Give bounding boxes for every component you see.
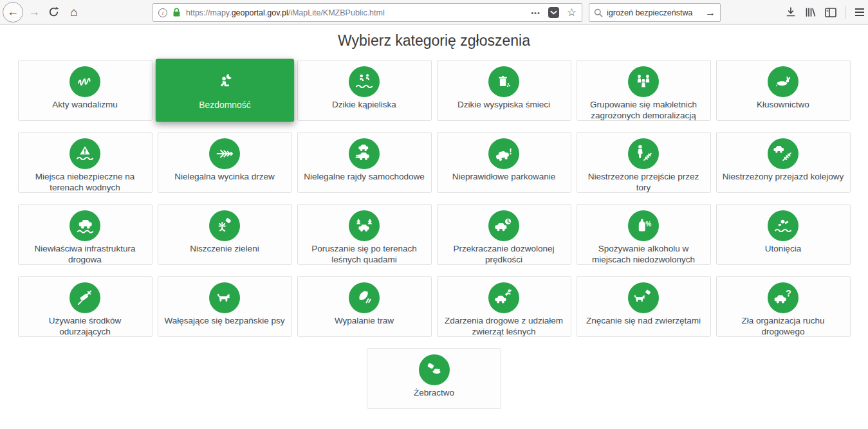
forest-quads-icon bbox=[349, 210, 380, 241]
category-tile[interactable]: Grupowanie się małoletnich zagrożonych d… bbox=[577, 60, 711, 121]
toolbar-separator bbox=[845, 6, 846, 19]
page-title: Wybierz kategorię zgłoszenia bbox=[0, 32, 868, 50]
unguarded-track-crossing-icon bbox=[628, 138, 659, 169]
category-tile-label: Wypalanie traw bbox=[329, 316, 399, 327]
page-actions-icon[interactable]: ••• bbox=[531, 9, 540, 17]
reload-icon[interactable] bbox=[45, 4, 62, 21]
category-tile[interactable]: Przekraczanie dozwolonej prędkości bbox=[437, 204, 571, 265]
category-tile[interactable]: Wałęsające się bezpańskie psy bbox=[158, 276, 292, 337]
category-tile-label: Żebractwo bbox=[409, 388, 459, 399]
pocket-icon[interactable] bbox=[548, 7, 559, 18]
category-tile[interactable]: Wypalanie traw bbox=[297, 276, 432, 337]
category-tile[interactable]: Miejsca niebezpieczne na terenach wodnyc… bbox=[18, 132, 152, 193]
https-lock-icon[interactable] bbox=[172, 8, 181, 17]
category-tile-label: Spożywanie alkoholu w miejscach niedozwo… bbox=[577, 244, 710, 266]
alcohol-bottle-icon: % bbox=[628, 210, 659, 241]
category-tile[interactable]: Nielegalna wycinka drzew bbox=[158, 132, 292, 193]
drugs-syringe-icon bbox=[69, 282, 100, 313]
bookmark-star-icon[interactable]: ☆ bbox=[567, 7, 577, 18]
homeless-person-moon-icon bbox=[208, 66, 240, 97]
menu-icon[interactable] bbox=[855, 8, 864, 16]
category-tile-label: Niszczenie zieleni bbox=[185, 244, 264, 255]
category-tile[interactable]: Poruszanie się po terenach leśnych quada… bbox=[297, 204, 432, 265]
url-path: /iMapLite/KMZBPublic.html bbox=[288, 8, 385, 17]
category-tile[interactable]: Dzikie wysypiska śmieci bbox=[437, 60, 571, 121]
category-tile-label: Niestrzeżone przejście przez tory bbox=[577, 172, 710, 194]
category-tile[interactable]: Kłusownictwo bbox=[716, 60, 851, 121]
category-tile-label: Grupowanie się małoletnich zagrożonych d… bbox=[577, 100, 710, 122]
category-tile-label: Akty wandalizmu bbox=[47, 100, 122, 111]
category-tile-label: Dzikie kąpieliska bbox=[327, 100, 402, 111]
bad-traffic-organization-icon: ? bbox=[768, 282, 799, 313]
url-scheme: https://mapy. bbox=[186, 8, 232, 17]
wrong-parking-icon bbox=[488, 138, 519, 169]
library-icon[interactable] bbox=[805, 7, 816, 17]
category-tile[interactable]: Dzikie kąpieliska bbox=[297, 60, 432, 121]
url-domain: geoportal.gov.pl bbox=[232, 8, 288, 17]
sidebar-toggle-icon[interactable] bbox=[825, 8, 836, 17]
grass-burning-icon bbox=[349, 282, 380, 313]
unguarded-rail-crossing-icon bbox=[768, 138, 799, 169]
search-go-arrow-icon[interactable]: → bbox=[705, 7, 716, 19]
search-input[interactable] bbox=[607, 8, 703, 17]
category-tile-label: Nielegalna wycinka drzew bbox=[169, 172, 279, 183]
category-tile[interactable]: ?Zła organizacja ruchu drogowego bbox=[716, 276, 851, 337]
illegal-car-racing-icon bbox=[349, 138, 380, 169]
browser-toolbar: ← → ⌂ i https://mapy.geoportal.gov.pl/iM… bbox=[0, 0, 868, 24]
begging-hands-icon bbox=[419, 354, 450, 385]
back-button[interactable]: ← bbox=[3, 2, 23, 23]
category-tile-label: Znęcanie się nad zwierzętami bbox=[581, 316, 706, 327]
poaching-animal-icon bbox=[768, 66, 799, 97]
bad-road-infrastructure-icon bbox=[69, 210, 100, 241]
category-tile-label: Dzikie wysypiska śmieci bbox=[452, 100, 555, 111]
category-tile[interactable]: Utonięcia bbox=[716, 204, 851, 265]
svg-text:%: % bbox=[645, 221, 651, 228]
search-icon bbox=[594, 8, 603, 17]
category-tile-label: Używanie środków odurzających bbox=[19, 316, 152, 338]
category-tile[interactable]: Bezdomność bbox=[155, 59, 293, 122]
category-tile[interactable]: Niestrzeżony przejazd kolejowy bbox=[716, 132, 851, 193]
category-tile-label: Zdarzenia drogowe z udziałem zwierząt le… bbox=[438, 316, 571, 338]
category-tile-label: Bezdomność bbox=[194, 100, 256, 111]
category-tile[interactable]: Nieprawidłowe parkowanie bbox=[437, 132, 571, 193]
forward-button[interactable]: → bbox=[26, 4, 42, 21]
category-tile[interactable]: Znęcanie się nad zwierzętami bbox=[577, 276, 711, 337]
category-tile-label: Utonięcia bbox=[760, 244, 806, 255]
category-tile[interactable]: Żebractwo bbox=[367, 348, 501, 409]
category-tile[interactable]: Akty wandalizmu bbox=[18, 60, 152, 121]
illegal-dump-icon bbox=[488, 66, 519, 97]
tree-felling-icon bbox=[209, 138, 240, 169]
search-bar[interactable]: → bbox=[589, 3, 721, 22]
svg-text:?: ? bbox=[786, 288, 791, 298]
category-tile-label: Wałęsające się bezpańskie psy bbox=[159, 316, 290, 327]
greenery-destruction-icon bbox=[209, 210, 240, 241]
category-tile[interactable]: %Spożywanie alkoholu w miejscach niedozw… bbox=[577, 204, 711, 265]
vandalism-scribble-icon bbox=[69, 66, 100, 97]
animal-abuse-icon bbox=[628, 282, 659, 313]
minors-group-icon bbox=[628, 66, 659, 97]
category-tile-label: Nielegalne rajdy samochodowe bbox=[299, 172, 430, 183]
downloads-icon[interactable] bbox=[786, 7, 796, 17]
address-bar[interactable]: i https://mapy.geoportal.gov.pl/iMapLite… bbox=[152, 3, 582, 22]
category-tile-label: Niewłaściwa infrastruktura drogowa bbox=[19, 244, 152, 266]
stray-dogs-icon bbox=[209, 282, 240, 313]
site-info-icon[interactable]: i bbox=[158, 8, 167, 17]
category-tile[interactable]: Niestrzeżone przejście przez tory bbox=[577, 132, 711, 193]
wild-swimming-icon bbox=[349, 66, 380, 97]
category-tile[interactable]: Używanie środków odurzających bbox=[18, 276, 152, 337]
category-tile-label: Kłusownictwo bbox=[752, 100, 815, 111]
category-tile[interactable]: Niewłaściwa infrastruktura drogowa bbox=[18, 204, 152, 265]
category-tile-label: Niestrzeżony przejazd kolejowy bbox=[717, 172, 849, 183]
category-tile[interactable]: Niszczenie zieleni bbox=[158, 204, 292, 265]
category-tile-label: Poruszanie się po terenach leśnych quada… bbox=[298, 244, 431, 266]
drowning-icon bbox=[768, 210, 799, 241]
category-tile-label: Miejsca niebezpieczne na terenach wodnyc… bbox=[19, 172, 152, 194]
animal-road-accident-icon bbox=[488, 282, 519, 313]
category-tile[interactable]: Nielegalne rajdy samochodowe bbox=[297, 132, 432, 193]
url-text: https://mapy.geoportal.gov.pl/iMapLite/K… bbox=[186, 8, 526, 17]
speeding-icon bbox=[488, 210, 519, 241]
water-danger-icon bbox=[69, 138, 100, 169]
home-icon[interactable]: ⌂ bbox=[66, 4, 82, 21]
category-tile-label: Przekraczanie dozwolonej prędkości bbox=[438, 244, 571, 266]
category-tile[interactable]: Zdarzenia drogowe z udziałem zwierząt le… bbox=[437, 276, 571, 337]
